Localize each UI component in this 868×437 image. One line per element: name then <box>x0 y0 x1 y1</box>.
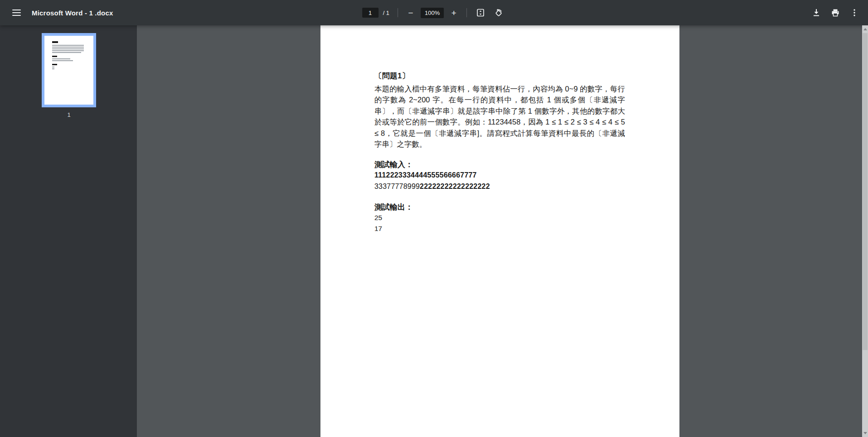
fit-to-page-icon <box>476 8 485 17</box>
scrollbar-down-button[interactable] <box>862 429 868 437</box>
three-dot-menu-icon <box>850 8 859 17</box>
print-button[interactable] <box>828 5 843 20</box>
test-input-label: 測試輸入： <box>374 159 625 170</box>
test-input-line-2-regular: 33377778999 <box>374 182 420 190</box>
test-output-line-2: 17 <box>374 223 625 234</box>
document-content: 〔問題1〕 本題的輸入檔中有多筆資料，每筆資料佔一行，內容均為 0~9 的數字，… <box>374 71 625 235</box>
thumbnail-sidebar: 1 <box>0 25 137 437</box>
toolbar-separator <box>466 8 467 17</box>
zoom-in-button[interactable]: + <box>447 6 460 19</box>
more-options-button[interactable] <box>847 5 862 20</box>
zoom-out-button[interactable]: − <box>404 6 417 19</box>
scroll-up-arrow-icon <box>863 28 867 30</box>
thumbnail-page-number: 1 <box>42 111 96 118</box>
thumbnail-page-preview <box>44 36 93 105</box>
test-input-line-2: 3337777899922222222222222222 <box>374 181 625 192</box>
document-title: Microsoft Word - 1 .docx <box>32 9 113 17</box>
pdf-viewer-toolbar: Microsoft Word - 1 .docx / 1 − 100% + <box>0 0 868 25</box>
document-page: 〔問題1〕 本題的輸入檔中有多筆資料，每筆資料佔一行，內容均為 0~9 的數字，… <box>320 25 679 437</box>
page-thumbnail[interactable]: 1 <box>42 33 96 118</box>
test-input-line-1: 1112223334444555566667777 <box>374 170 625 181</box>
vertical-scrollbar[interactable] <box>862 25 868 437</box>
problem-description: 本題的輸入檔中有多筆資料，每筆資料佔一行，內容均為 0~9 的數字，每行的字數為… <box>374 83 625 149</box>
scroll-down-arrow-icon <box>863 432 867 434</box>
scrollbar-up-button[interactable] <box>862 25 868 33</box>
rotate-icon <box>494 8 503 17</box>
print-icon <box>831 8 840 17</box>
problem-heading: 〔問題1〕 <box>374 71 625 81</box>
thumbnail-selected-border <box>42 33 96 107</box>
download-button[interactable] <box>809 5 824 20</box>
download-icon <box>812 8 821 17</box>
toolbar-page-controls: / 1 − 100% + <box>362 0 506 25</box>
fit-to-page-button[interactable] <box>473 5 488 20</box>
test-output-line-1: 25 <box>374 212 625 223</box>
toolbar-separator <box>398 8 398 17</box>
scrollbar-thumb[interactable] <box>863 33 868 350</box>
toolbar-right <box>809 0 862 25</box>
test-output-label: 測試輸出： <box>374 202 625 212</box>
rotate-button[interactable] <box>491 5 506 20</box>
page-count-label: / 1 <box>383 10 389 16</box>
test-input-line-2-bold: 22222222222222222 <box>420 182 490 190</box>
toolbar-left: Microsoft Word - 1 .docx <box>0 0 113 25</box>
zoom-level-display: 100% <box>421 8 444 18</box>
document-viewer-area[interactable]: 〔問題1〕 本題的輸入檔中有多筆資料，每筆資料佔一行，內容均為 0~9 的數字，… <box>137 25 862 437</box>
menu-button[interactable] <box>5 0 27 25</box>
hamburger-icon <box>12 10 21 16</box>
page-number-input[interactable] <box>362 8 378 18</box>
